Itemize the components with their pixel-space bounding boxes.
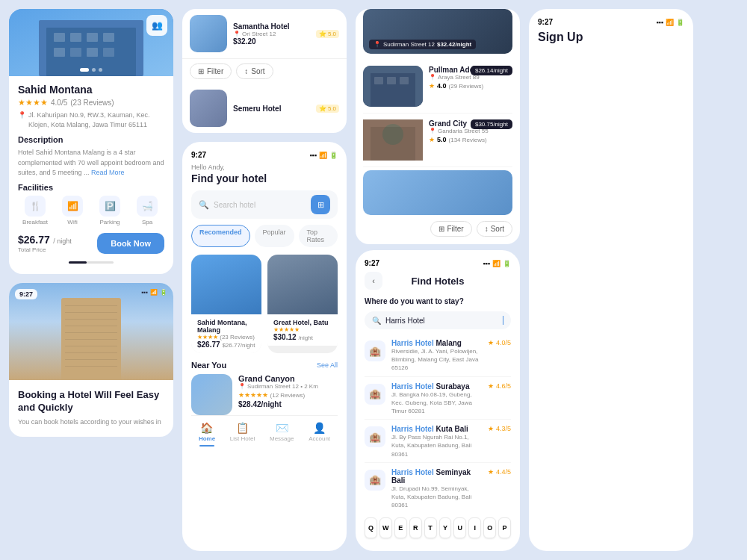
per-night-label: / night	[53, 237, 72, 245]
pin-icon: 📍	[233, 31, 241, 37]
hotel-list-item-grand-city[interactable]: Grand City 📍 Gandaria Street 55 ★ 5.0 (1…	[363, 113, 512, 167]
partial-hotel-list: Samantha Hotel 📍 Ori Street 12 $32.20 ⭐ …	[182, 9, 347, 133]
nav-message-label: Message	[270, 435, 294, 442]
tab-recommended[interactable]: Recomended	[191, 225, 250, 247]
search-icon: 🔍	[372, 317, 381, 325]
hotel-list-item-pullman[interactable]: Pullman Adelaide 📍 Araya Street 89 ★ 4.0…	[363, 60, 512, 113]
svg-rect-3	[54, 33, 65, 42]
hotel-search-bar[interactable]: 🔍 Search hotel ⊞	[191, 190, 338, 219]
suggestion-item-malang[interactable]: 🏨 Harris Hotel Malang Riversidie, Jl. A.…	[365, 335, 511, 377]
svg-rect-18	[371, 127, 415, 161]
find-hotels-search-bar[interactable]: 🔍 Harris Hotel	[365, 311, 511, 329]
rating-value: 4.0	[437, 82, 447, 90]
column-4: 9:27 ▪▪▪ 📶 🔋 Sign Up	[529, 9, 693, 551]
message-icon: ✉️	[276, 422, 288, 434]
status-bar-icons: ▪▪▪ 📶 🔋	[141, 289, 167, 296]
key-Q[interactable]: Q	[365, 517, 377, 538]
stars-icon: ★	[429, 82, 435, 90]
nav-home[interactable]: 🏠 Home	[199, 422, 215, 447]
hotel-building-icon: 🏨	[365, 384, 385, 405]
category-tabs: Recomended Popular Top Rates	[191, 225, 338, 247]
key-E[interactable]: E	[394, 517, 407, 538]
suggestion-info-surabaya: Harris Hotel Surabaya Jl. Bangka No.08-1…	[391, 382, 482, 416]
search-value: Harris Hotel	[385, 317, 498, 325]
key-T[interactable]: T	[424, 517, 437, 538]
total-price-label: Total Price	[18, 246, 72, 253]
hotel-card-name-sahid: Sahid Montana, Malang	[197, 319, 255, 334]
greeting-text: Hello Andy,	[191, 164, 338, 171]
book-now-button[interactable]: Book Now	[97, 233, 164, 254]
hotel-card-sahid[interactable]: Sahid Montana, Malang ★★★★ (23 Reviews) …	[191, 255, 261, 353]
hotel-list-item-0[interactable]: 📍 Sudirman Street 12 $32.42/night	[363, 9, 512, 60]
filter-button-bottom[interactable]: ⊞ Filter	[430, 221, 471, 237]
hotel-card-great[interactable]: Great Hotel, Batu ★★★★★ $30.12 /night	[267, 255, 338, 353]
sort-icon: ↕	[244, 67, 248, 75]
hotel-row-info-1: Samantha Hotel 📍 Ori Street 12 $32.20	[233, 22, 310, 46]
facilities-grid: 🍴 Breakfast 📶 Wifi 🅿️ Parking 🛁 Spa	[18, 196, 164, 225]
facility-spa: 🛁 Spa	[130, 196, 164, 225]
suggestion-name-kuta: Harris Hotel Kuta Bali	[391, 425, 482, 433]
nav-message[interactable]: ✉️ Message	[270, 422, 294, 447]
phone-status-icons: ▪▪▪ 📶 🔋	[309, 152, 338, 159]
suggestion-item-kuta[interactable]: 🏨 Harris Hotel Kuta Bali Jl. By Pass Ngu…	[365, 421, 511, 463]
tab-popular[interactable]: Popular	[255, 225, 294, 247]
suggestion-rating-seminyak: ★ 4.4/5	[488, 468, 511, 476]
svg-rect-10	[103, 48, 114, 57]
price-row: $26.77 / night Total Price Book Now	[9, 233, 173, 254]
signal-bars-icon: ▪▪▪	[309, 152, 317, 159]
facility-label-breakfast: Breakfast	[22, 219, 48, 225]
key-U[interactable]: U	[453, 517, 466, 538]
price-block: $26.77 / night Total Price	[18, 233, 72, 253]
hotel-image-pullman-top: 📍 Sudirman Street 12 $32.42/night	[363, 9, 512, 54]
facility-label-wifi: Wifi	[67, 219, 77, 225]
key-I[interactable]: I	[468, 517, 481, 538]
read-more-link[interactable]: Read More	[91, 169, 125, 176]
star-icons: ★★★★	[18, 98, 48, 108]
key-Y[interactable]: Y	[439, 517, 452, 538]
key-R[interactable]: R	[409, 517, 422, 538]
battery-icon: 🔋	[329, 152, 338, 159]
near-you-hotel-info: Grand Canyon 📍 Sudirman Street 12 • 2 Km…	[238, 374, 338, 408]
tagline-title: Booking a Hotel Will Feel Easy and Quick…	[18, 389, 164, 414]
tagline-body: Booking a Hotel Will Feel Easy and Quick…	[9, 380, 173, 437]
description-text: Hotel Sahid Montana Malang is a 4 star c…	[18, 148, 164, 178]
near-you-hotel-name: Grand Canyon	[238, 374, 338, 383]
facility-label-spa: Spa	[142, 219, 152, 225]
suggestion-rating-kuta: ★ 4.3/5	[488, 425, 511, 432]
near-you-hotel-image	[191, 374, 232, 415]
hotel-card-stars-sahid: ★★★★ (23 Reviews)	[197, 334, 255, 340]
key-O[interactable]: O	[483, 517, 496, 538]
hotel-building-icon: 🏨	[365, 470, 385, 491]
svg-rect-7	[54, 48, 65, 57]
near-you-item-grand-canyon[interactable]: Grand Canyon 📍 Sudirman Street 12 • 2 Km…	[191, 374, 338, 415]
sort-button-bottom[interactable]: ↕ Sort	[477, 221, 512, 237]
suggestion-item-surabaya[interactable]: 🏨 Harris Hotel Surabaya Jl. Bangka No.08…	[365, 379, 511, 420]
column-3: 📍 Sudirman Street 12 $32.42/night	[356, 9, 520, 551]
find-hotels-phone: 9:27 ▪▪▪ 📶 🔋 ‹ Find Hotels Where do you …	[356, 250, 520, 551]
nav-account[interactable]: 👤 Account	[309, 422, 330, 447]
search-filter-button[interactable]: ⊞	[311, 195, 330, 214]
share-button[interactable]: 👥	[146, 15, 167, 36]
signal-icon: ▪▪▪	[656, 19, 663, 26]
see-all-link[interactable]: See All	[317, 361, 338, 369]
key-P[interactable]: P	[498, 517, 511, 538]
location-icon: 📍	[18, 111, 26, 119]
suggestion-name-malang: Harris Hotel Malang	[391, 339, 482, 347]
pin-icon: 📍	[429, 128, 436, 134]
hotel-image-pullman	[363, 66, 423, 107]
hotel-name: Sahid Montana	[18, 84, 164, 96]
home-icon: 🏠	[200, 422, 213, 434]
status-bar-time: 9:27	[15, 289, 37, 299]
hotel-row-image-1	[190, 15, 227, 52]
image-dots	[80, 68, 102, 72]
filter-button[interactable]: ⊞ Filter	[190, 63, 232, 79]
hotel-image-grand-city	[363, 119, 423, 161]
sort-button[interactable]: ↕ Sort	[236, 63, 273, 79]
tab-top-rates[interactable]: Top Rates	[299, 225, 338, 247]
account-icon: 👤	[313, 422, 326, 434]
key-W[interactable]: W	[379, 517, 392, 538]
suggestion-item-seminyak[interactable]: 🏨 Harris Hotel Seminyak Bali Jl. Drupadi…	[365, 464, 511, 514]
back-button[interactable]: ‹	[365, 272, 382, 290]
nav-list-hotel[interactable]: 📋 List Hotel	[230, 422, 255, 447]
hotel-row-badge-1: ⭐ 5.0	[316, 30, 339, 38]
